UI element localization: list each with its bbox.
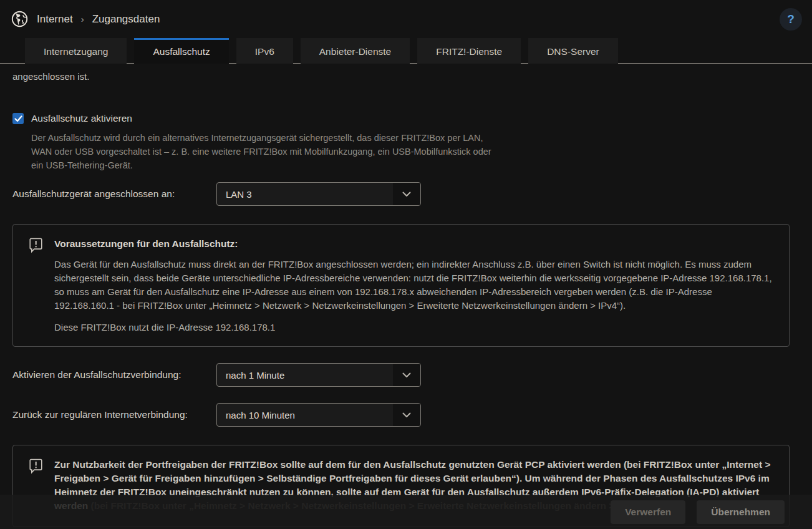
- failover-activate-delay-label: Aktivieren der Ausfallschutzverbindung:: [12, 369, 216, 381]
- failover-port-value: LAN 3: [217, 183, 393, 205]
- requirements-info-box: Voraussetzungen für den Ausfallschutz: D…: [12, 224, 790, 347]
- globe-icon: [11, 11, 28, 27]
- breadcrumb-separator-icon: ›: [81, 14, 84, 24]
- breadcrumb: Internet › Zugangsdaten: [37, 13, 160, 26]
- requirements-body: Voraussetzungen für den Ausfallschutz: D…: [54, 237, 773, 332]
- header: Internet › Zugangsdaten ?: [0, 0, 812, 38]
- failover-activate-delay-select[interactable]: nach 1 Minute: [216, 363, 421, 387]
- clipped-paragraph-end: angeschlossen ist.: [12, 71, 790, 82]
- chevron-down-icon: [393, 404, 420, 426]
- apply-button[interactable]: Übernehmen: [697, 500, 785, 524]
- checkmark-icon: [14, 115, 22, 122]
- requirements-title: Voraussetzungen für den Ausfallschutz:: [54, 237, 773, 250]
- failover-return-delay-row: Zurück zur regulären Internetverbindung:…: [12, 403, 790, 427]
- failover-port-label: Ausfallschutzgerät angeschlossen an:: [12, 188, 216, 200]
- failover-activate-delay-value: nach 1 Minute: [217, 364, 393, 386]
- discard-button[interactable]: Verwerfen: [611, 500, 685, 524]
- breadcrumb-internet[interactable]: Internet: [37, 13, 73, 26]
- current-ip-note: Diese FRITZ!Box nutzt die IP-Adresse 192…: [54, 322, 773, 332]
- failover-activate-delay-row: Aktivieren der Ausfallschutzverbindung: …: [12, 363, 790, 387]
- breadcrumb-zugangsdaten: Zugangsdaten: [92, 13, 160, 26]
- failover-return-delay-label: Zurück zur regulären Internetverbindung:: [12, 409, 216, 420]
- tab-ausfallschutz[interactable]: Ausfallschutz: [134, 38, 228, 64]
- chevron-down-icon: [393, 364, 420, 386]
- requirements-paragraph: Das Gerät für den Ausfallschutz muss dir…: [54, 258, 773, 313]
- notice-icon: [29, 237, 43, 332]
- tab-internetzugang[interactable]: Internetzugang: [25, 38, 127, 64]
- failover-enable-row: Ausfallschutz aktivieren: [12, 113, 790, 124]
- failover-port-select[interactable]: LAN 3: [216, 182, 421, 206]
- failover-description: Der Ausfallschutz wird durch ein alterna…: [31, 131, 498, 172]
- failover-return-delay-value: nach 10 Minuten: [217, 404, 393, 426]
- failover-port-row: Ausfallschutzgerät angeschlossen an: LAN…: [12, 182, 790, 206]
- chevron-down-icon: [393, 183, 420, 205]
- failover-return-delay-select[interactable]: nach 10 Minuten: [216, 403, 421, 427]
- help-button[interactable]: ?: [780, 8, 802, 31]
- tab-fritz-dienste[interactable]: FRITZ!-Dienste: [417, 38, 521, 64]
- apply-bar: Verwerfen Übernehmen: [0, 495, 812, 529]
- failover-enable-label[interactable]: Ausfallschutz aktivieren: [31, 113, 132, 124]
- fritzbox-settings-page: Internet › Zugangsdaten ? Internetzugang…: [0, 0, 812, 529]
- tab-anbieter-dienste[interactable]: Anbieter-Dienste: [301, 38, 410, 64]
- tab-ipv6[interactable]: IPv6: [236, 38, 293, 64]
- tab-dns-server[interactable]: DNS-Server: [528, 38, 618, 64]
- tab-bar: Internetzugang Ausfallschutz IPv6 Anbiet…: [0, 38, 812, 64]
- content: angeschlossen ist. Ausfallschutz aktivie…: [0, 71, 812, 527]
- failover-enable-checkbox[interactable]: [12, 113, 24, 124]
